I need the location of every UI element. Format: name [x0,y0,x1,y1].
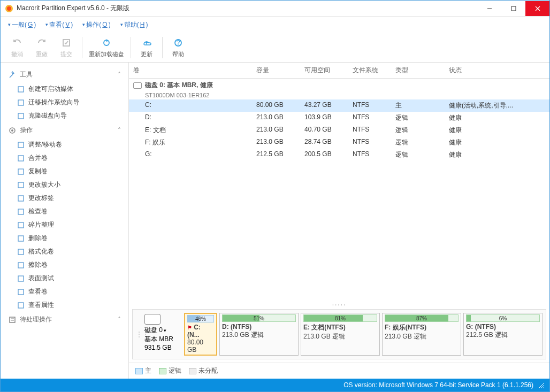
sidebar-item-wipe[interactable]: 擦除卷 [1,258,128,272]
wipe-icon [17,261,25,270]
delete-icon [17,234,25,243]
menu-v[interactable]: ▾ 查看(V) [45,20,73,29]
tools-icon [8,71,17,79]
volume-row[interactable]: E: 文档213.0 GB40.70 GBNTFS逻辑健康 [129,124,549,136]
sidebar-group-tools[interactable]: 工具˄ [1,67,128,82]
svg-rect-21 [18,222,24,228]
view-vol-icon [17,288,25,296]
disk-header-row[interactable]: 磁盘 0: 基本 MBR, 健康 [129,79,549,92]
svg-rect-22 [18,236,24,241]
volume-row[interactable]: F: 娱乐213.0 GB28.74 GBNTFS逻辑健康 [129,136,549,149]
reload-button[interactable]: 重新加载磁盘 [87,34,126,61]
legend-unalloc: 未分配 [189,366,218,375]
svg-rect-3 [511,6,516,11]
disk-header-text: 磁盘 0: 基本 MBR, 健康 [145,81,213,90]
svg-rect-18 [18,182,24,188]
menu-g[interactable]: ▾ 一般(G) [8,20,36,29]
sidebar-item-format[interactable]: 格式化卷 [1,245,128,258]
chevron-down-icon: ▾ [45,22,48,27]
chevron-down-icon: ▾ [164,328,166,333]
splitter-handle[interactable]: ..... [129,297,549,309]
legend-primary: 主 [135,366,151,375]
help-button[interactable]: ?帮助 [167,34,189,61]
svg-point-14 [11,129,13,132]
svg-rect-11 [18,100,24,105]
svg-rect-25 [18,276,24,281]
menu-h[interactable]: ▾ 帮助(H) [120,20,148,29]
diskmap-partition[interactable]: 51%D: (NTFS)213.0 GB 逻辑 [219,313,299,356]
cluster-icon [17,181,25,189]
ops-icon [8,126,17,135]
sidebar-item-relabel[interactable]: 更改标签 [1,191,128,205]
update-button[interactable]: 更新 [135,34,158,61]
volume-row[interactable]: C:80.00 GB43.27 GBNTFS主健康(活动,系统,引导,... [129,99,549,112]
commit-button: 提交 [55,34,78,61]
sidebar-item-view-vol[interactable]: 查看卷 [1,285,128,298]
svg-rect-27 [18,303,24,308]
col-header-capacity[interactable]: 容量 [252,66,300,75]
sidebar-item-surface[interactable]: 表面测试 [1,272,128,285]
sidebar-item-copy[interactable]: 复制卷 [1,165,128,178]
legend-logical: 逻辑 [159,366,181,375]
svg-rect-20 [18,209,24,214]
sidebar-item-migrate-os[interactable]: 迁移操作系统向导 [1,96,128,109]
col-header-free[interactable]: 可用空间 [300,66,348,75]
sidebar-item-view-props[interactable]: 查看属性 [1,298,128,312]
close-button[interactable] [525,1,549,16]
chevron-up-icon: ˄ [118,127,121,134]
svg-text:?: ? [177,39,180,47]
redo-button: 重做 [30,34,53,61]
col-header-type[interactable]: 类型 [391,66,445,75]
minimize-button[interactable] [477,1,501,16]
boot-media-icon [17,85,25,94]
relabel-icon [17,194,25,203]
titlebar: Macrorit Partition Expert v5.6.0 - 无限版 [1,1,549,17]
sidebar-item-cluster[interactable]: 更改簇大小 [1,178,128,191]
diskmap-partition[interactable]: 6%G: (NTFS)212.5 GB 逻辑 [463,313,543,356]
diskmap-partition[interactable]: 87%F: 娱乐(NTFS)213.0 GB 逻辑 [382,313,461,356]
col-header-status[interactable]: 状态 [445,66,549,75]
svg-rect-17 [18,169,24,174]
diskmap-grip[interactable]: ⋮⋮ [136,313,140,356]
diskmap-partition[interactable]: 46%⚑ C: (N...80.00 GB [184,313,217,356]
volume-row[interactable]: G:212.5 GB200.5 GBNTFS逻辑健康 [129,149,549,161]
toolbar: 撤消重做提交重新加载磁盘更新?帮助 [1,33,549,63]
diskmap-disk-basic: 基本 MBR [144,335,173,344]
chevron-up-icon: ˄ [118,71,121,79]
sidebar-item-boot-media[interactable]: 创建可启动媒体 [1,82,128,96]
pending-icon [8,316,17,324]
disk-icon [133,82,142,89]
sidebar-item-delete[interactable]: 删除卷 [1,232,128,245]
svg-rect-19 [18,196,24,201]
sidebar-item-merge[interactable]: 合并卷 [1,151,128,165]
col-header-fs[interactable]: 文件系统 [348,66,391,75]
resize-icon [17,141,25,149]
usage-bar: 81% [303,314,377,322]
disk-drive-icon [144,314,161,325]
volume-row[interactable]: D:213.0 GB103.9 GBNTFS逻辑健康 [129,112,549,124]
flag-icon: ⚑ [187,325,192,330]
diskmap-partition[interactable]: 81%E: 文档(NTFS)213.0 GB 逻辑 [301,313,380,356]
maximize-button[interactable] [501,1,525,16]
usage-bar: 87% [385,314,459,322]
window-title: Macrorit Partition Expert v5.6.0 - 无限版 [17,4,477,13]
undo-icon [11,36,24,49]
sidebar-group-ops[interactable]: 操作˄ [1,122,128,138]
sidebar-item-clone-disk[interactable]: 克隆磁盘向导 [1,109,128,122]
svg-rect-15 [18,142,24,148]
clone-disk-icon [17,112,25,120]
volume-list-header: 卷 容量 可用空间 文件系统 类型 状态 [129,63,549,79]
sidebar-group-pending[interactable]: 待处理操作˄ [1,312,128,327]
menu-o[interactable]: ▾ 操作(O) [82,20,110,29]
diskmap-disk-info[interactable]: 磁盘 0▾ 基本 MBR 931.5 GB [142,313,182,356]
col-header-volume[interactable]: 卷 [129,66,252,75]
legend: 主 逻辑 未分配 [129,363,549,379]
resize-grip-icon[interactable] [538,382,544,388]
chevron-up-icon: ˄ [118,316,121,324]
sidebar-item-resize[interactable]: 调整/移动卷 [1,138,128,151]
sidebar-item-defrag[interactable]: 碎片整理 [1,218,128,232]
usage-bar: 51% [222,314,296,322]
sidebar-item-check[interactable]: 检查卷 [1,205,128,218]
format-icon [17,248,25,256]
svg-rect-28 [10,317,15,322]
